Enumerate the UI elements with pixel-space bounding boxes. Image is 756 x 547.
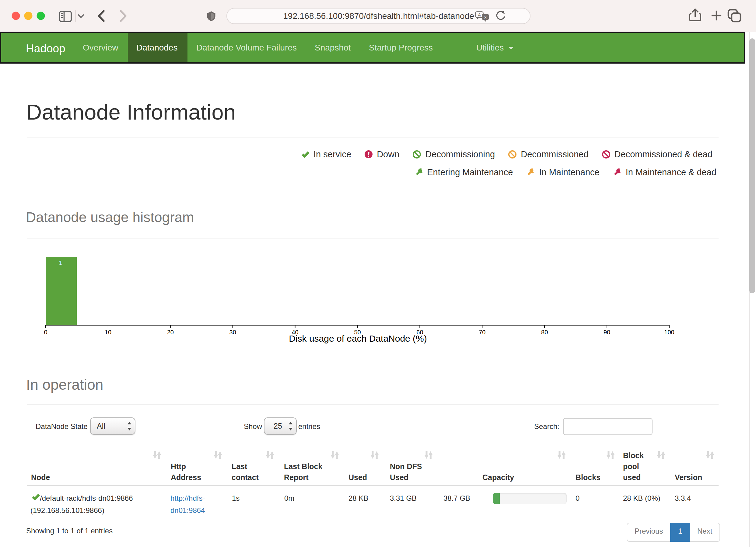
svg-text:10: 10 <box>105 329 111 335</box>
svg-text:Disk usage of each DataNode (%: Disk usage of each DataNode (%) <box>289 333 427 343</box>
svg-text:x: x <box>485 15 487 19</box>
svg-text:20: 20 <box>167 329 174 335</box>
svg-text:30: 30 <box>229 329 236 335</box>
svg-text:0: 0 <box>44 329 47 335</box>
svg-text:70: 70 <box>479 329 485 335</box>
svg-text:100: 100 <box>664 329 674 335</box>
svg-text:A: A <box>478 12 481 17</box>
svg-text:90: 90 <box>604 329 610 335</box>
svg-text:1: 1 <box>59 260 62 266</box>
svg-text:80: 80 <box>541 329 548 335</box>
